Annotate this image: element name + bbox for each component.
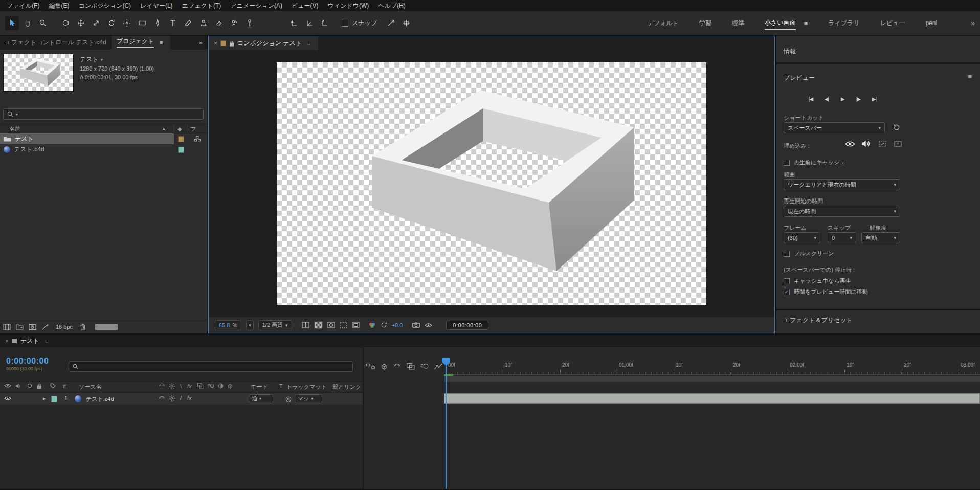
mask-visibility-icon[interactable] bbox=[327, 322, 335, 328]
menu-edit[interactable]: 編集(E) bbox=[44, 0, 74, 12]
workspace-library[interactable]: ライブラリ bbox=[828, 17, 859, 30]
previous-frame-button[interactable]: ◀| bbox=[821, 94, 832, 103]
menu-file[interactable]: ファイル(F) bbox=[2, 0, 44, 12]
resolution-select[interactable]: 自動▾ bbox=[861, 232, 900, 243]
blend-mode-select[interactable]: 通▾ bbox=[249, 394, 273, 403]
quality-switch-icon[interactable]: \ bbox=[180, 383, 182, 389]
menu-effect[interactable]: エフェクト(T) bbox=[177, 0, 226, 12]
video-column-eye-icon[interactable] bbox=[4, 383, 11, 388]
snap-grid-icon[interactable] bbox=[399, 16, 413, 30]
dolly-camera-tool-button[interactable] bbox=[89, 16, 103, 30]
pan-behind-tool-button[interactable] bbox=[120, 16, 133, 30]
selected-item-name[interactable]: テスト▾ bbox=[80, 55, 154, 64]
frame-blend-switch-icon[interactable] bbox=[197, 383, 204, 389]
color-management-icon[interactable] bbox=[368, 322, 376, 328]
region-of-interest-icon[interactable] bbox=[340, 322, 347, 328]
checkbox-unchecked-icon[interactable] bbox=[784, 278, 790, 284]
playhead-handle[interactable] bbox=[442, 358, 450, 366]
project-row-c4d[interactable]: テスト.c4d bbox=[0, 144, 207, 155]
magnification-select[interactable]: 65.8% bbox=[215, 320, 241, 330]
snapshot-camera-icon[interactable] bbox=[412, 322, 420, 328]
layer-label-swatch[interactable] bbox=[51, 396, 57, 402]
layer-quality-icon[interactable]: / bbox=[180, 395, 182, 401]
reset-exposure-icon[interactable] bbox=[381, 322, 387, 328]
grid-guides-icon[interactable] bbox=[302, 322, 309, 328]
source-name-column-header[interactable]: ソース名 bbox=[79, 383, 102, 391]
layer-shy-icon[interactable] bbox=[159, 396, 165, 401]
shy-switch-icon[interactable] bbox=[159, 383, 165, 388]
composition-viewer[interactable] bbox=[209, 50, 774, 317]
layer-fx-icon[interactable]: fx bbox=[187, 395, 192, 401]
adjust-icon[interactable] bbox=[41, 324, 49, 330]
panel-menu-icon[interactable]: ≡ bbox=[157, 39, 165, 47]
move-time-row[interactable]: ✓ 時間をプレビュー時間に移動 bbox=[784, 288, 868, 296]
interpret-footage-icon[interactable] bbox=[3, 324, 11, 330]
snap-checkbox[interactable] bbox=[342, 20, 348, 27]
checkbox-unchecked-icon[interactable] bbox=[784, 251, 790, 257]
clone-stamp-tool-button[interactable] bbox=[196, 16, 210, 30]
close-icon[interactable]: × bbox=[5, 338, 9, 345]
workspace-small-screen[interactable]: 小さい画面 bbox=[765, 16, 796, 30]
tab-overflow-icon[interactable]: » bbox=[195, 36, 207, 50]
parent-link-column-header[interactable]: 親とリンク bbox=[332, 383, 361, 391]
project-search-input[interactable] bbox=[20, 110, 199, 118]
workspace-overflow-icon[interactable]: » bbox=[971, 19, 975, 27]
zoom-tool-button[interactable] bbox=[36, 16, 50, 30]
pan-camera-tool-button[interactable] bbox=[74, 16, 87, 30]
scrollbar-thumb[interactable] bbox=[95, 324, 118, 330]
resolution-select[interactable]: 1/2 画質▾ bbox=[258, 320, 292, 330]
include-audio-speaker-icon[interactable] bbox=[861, 140, 870, 147]
workspace-standard[interactable]: 標準 bbox=[732, 17, 744, 30]
track-matte-select[interactable]: マッ▾ bbox=[295, 394, 322, 403]
effects-switch-icon[interactable]: fx bbox=[187, 383, 192, 389]
trash-icon[interactable] bbox=[80, 324, 86, 330]
guides-icon[interactable] bbox=[352, 322, 360, 328]
frame-blending-icon[interactable] bbox=[407, 363, 415, 370]
mini-flowchart-icon[interactable] bbox=[366, 363, 375, 370]
motion-blur-icon[interactable] bbox=[420, 363, 429, 370]
menu-window[interactable]: ウィンドウ(W) bbox=[323, 0, 374, 12]
fullscreen-row[interactable]: フルスクリーン bbox=[784, 250, 834, 257]
range-select[interactable]: ワークエリアと現在の時間▾ bbox=[784, 179, 900, 190]
adjustment-switch-icon[interactable] bbox=[218, 383, 224, 389]
menu-view[interactable]: ビュー(V) bbox=[287, 0, 323, 12]
track-matte-column-header[interactable]: トラックマット bbox=[286, 383, 327, 391]
world-axis-mode-button[interactable] bbox=[303, 16, 317, 30]
show-snapshot-icon[interactable] bbox=[425, 323, 432, 328]
cache-before-play-row[interactable]: 再生前にキャッシュ bbox=[784, 159, 845, 166]
number-column-header[interactable]: # bbox=[63, 383, 66, 389]
transparency-checkerboard[interactable] bbox=[277, 62, 706, 305]
lock-column-icon[interactable] bbox=[37, 383, 42, 389]
timeline-search-field[interactable] bbox=[69, 361, 353, 372]
view-axis-mode-button[interactable] bbox=[318, 16, 332, 30]
hand-tool-button[interactable] bbox=[20, 16, 34, 30]
eraser-tool-button[interactable] bbox=[212, 16, 226, 30]
play-from-select[interactable]: 現在の時間▾ bbox=[784, 206, 900, 217]
framerate-select[interactable]: (30)▾ bbox=[784, 232, 820, 243]
workspace-default[interactable]: デフォルト bbox=[648, 17, 679, 30]
color-depth-button[interactable]: 16 bpc bbox=[56, 324, 73, 330]
layer-duration-bar[interactable] bbox=[444, 393, 980, 404]
orbit-camera-tool-button[interactable] bbox=[58, 16, 72, 30]
timeline-tab-title[interactable]: テスト bbox=[20, 337, 39, 345]
draft-3d-icon[interactable] bbox=[381, 363, 388, 370]
include-video-eye-icon[interactable] bbox=[845, 141, 855, 147]
checkbox-unchecked-icon[interactable] bbox=[784, 160, 790, 166]
magnification-chevron[interactable]: ▾ bbox=[246, 320, 254, 330]
playhead-line[interactable] bbox=[446, 358, 447, 489]
time-ruler[interactable]: 00f 10f 20f 01:00f 10f 20f 02:00f 10f 20… bbox=[444, 358, 980, 375]
workspace-custom[interactable]: penl bbox=[926, 17, 938, 29]
workspace-learn[interactable]: 学習 bbox=[699, 17, 711, 30]
tab-effect-controls[interactable]: エフェクトコントロール テスト.c4d bbox=[0, 36, 112, 50]
sort-ascending-icon[interactable]: ▴ bbox=[163, 126, 165, 131]
tab-preview-panel[interactable]: プレビュー bbox=[784, 74, 815, 82]
include-export-icon[interactable] bbox=[894, 141, 902, 147]
project-search-field[interactable]: ▾ bbox=[3, 108, 204, 120]
chevron-down-icon[interactable]: ▾ bbox=[16, 112, 18, 117]
transparency-grid-toggle[interactable] bbox=[314, 321, 323, 329]
layer-row[interactable]: ▸ 1 テスト.c4d / fx 通▾ ◎ マッ▾ bbox=[0, 393, 363, 405]
layer-visibility-eye-icon[interactable] bbox=[4, 396, 11, 401]
menu-composition[interactable]: コンポジション(C) bbox=[74, 0, 136, 12]
tab-composition[interactable]: × コンポジション テスト ≡ bbox=[209, 36, 318, 50]
solo-column-icon[interactable] bbox=[27, 383, 32, 388]
